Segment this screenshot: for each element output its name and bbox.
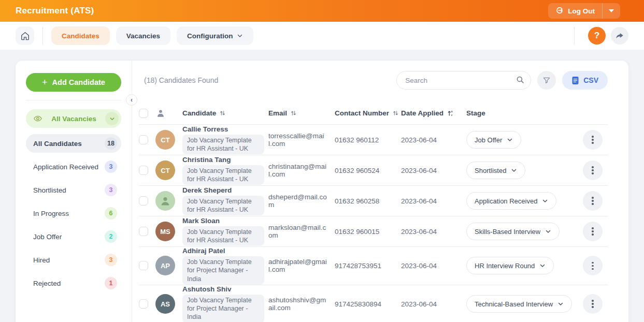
home-icon <box>20 31 30 41</box>
candidate-phone: 01632 960524 <box>335 167 401 174</box>
app-header: Recruitment (ATS) Log Out <box>0 0 644 22</box>
count-badge: 3 <box>105 254 117 266</box>
chevron-down-icon <box>539 262 546 269</box>
stage-dropdown[interactable]: HR Interview Round <box>466 257 554 274</box>
stage-dropdown[interactable]: Technical-Based Interview <box>466 295 572 313</box>
date-applied: 2023-06-04 <box>401 167 466 174</box>
logout-group: Log Out <box>548 3 620 19</box>
row-menu-button[interactable] <box>583 222 603 241</box>
sort-icon <box>392 110 399 116</box>
vacancy-tag: Job Vacancy Template for Project Manager… <box>182 295 264 322</box>
candidate-email: torresscallie@mail.com <box>268 132 335 148</box>
row-checkbox[interactable] <box>139 227 148 236</box>
candidate-phone: 01632 960258 <box>335 197 401 205</box>
sort-ascending-icon: az <box>447 110 454 117</box>
sidebar-item-hired[interactable]: Hired 3 <box>26 251 121 269</box>
sidebar-item-application-received[interactable]: Application Received 3 <box>26 157 121 176</box>
tab-candidates[interactable]: Candidates <box>51 26 110 45</box>
chevron-down-icon <box>237 33 243 39</box>
candidate-name[interactable]: Derek Sheperd <box>182 186 268 194</box>
sidebar-item-job-offer[interactable]: Job Offer 2 <box>26 227 121 246</box>
row-menu-button[interactable] <box>583 294 603 314</box>
logout-button[interactable]: Log Out <box>548 6 602 16</box>
candidate-name[interactable]: Christina Tang <box>182 156 268 164</box>
sidebar-item-all-candidates[interactable]: All Candidates 18 <box>26 134 121 153</box>
candidate-name[interactable]: Callie Torress <box>182 125 268 133</box>
sidebar-item-shortlisted[interactable]: Shortlisted 3 <box>26 181 121 199</box>
column-date-applied[interactable]: Date Applied az <box>401 109 466 117</box>
date-applied: 2023-06-04 <box>401 300 466 308</box>
column-email[interactable]: Email <box>268 109 335 117</box>
table-row: Derek SheperdJob Vacancy Template for HR… <box>139 186 608 216</box>
column-stage: Stage <box>466 109 583 117</box>
sidebar-divider <box>26 100 121 100</box>
avatar: AP <box>155 256 175 275</box>
avatar-column-icon <box>155 108 182 119</box>
candidate-email: christinatang@mail.com <box>268 163 335 178</box>
vacancy-tag: Job Vacancy Template for HR Assistant - … <box>182 165 264 185</box>
add-candidate-button[interactable]: + Add Candidate <box>26 73 121 92</box>
person-icon <box>155 108 166 119</box>
search-input[interactable] <box>396 71 531 90</box>
csv-export-button[interactable]: CSV <box>562 71 608 90</box>
avatar: AS <box>155 294 175 314</box>
row-checkbox[interactable] <box>139 135 148 144</box>
candidate-phone: 01632 960015 <box>335 228 401 236</box>
count-badge: 18 <box>105 137 117 150</box>
tab-vacancies[interactable]: Vacancies <box>116 26 170 45</box>
tab-configuration[interactable]: Configuration <box>177 26 253 45</box>
candidate-email: marksloan@mail.com <box>268 224 335 239</box>
row-checkbox[interactable] <box>139 261 148 270</box>
column-contact-number[interactable]: Contact Number <box>335 109 401 117</box>
candidate-phone: 01632 960112 <box>335 136 401 144</box>
sidebar-item-in-progress[interactable]: In Progress 6 <box>26 204 121 223</box>
sidebar-collapse-button[interactable]: ‹ <box>126 94 137 106</box>
app-title: Recruitment (ATS) <box>16 6 94 16</box>
svg-text:z: z <box>451 113 453 116</box>
chevron-down-icon <box>545 228 551 235</box>
row-menu-button[interactable] <box>583 256 603 275</box>
help-button[interactable]: ? <box>588 27 606 45</box>
count-badge: 2 <box>105 230 117 243</box>
row-checkbox[interactable] <box>139 299 148 309</box>
home-button[interactable] <box>16 26 34 45</box>
logout-dropdown-button[interactable] <box>603 3 620 19</box>
row-checkbox[interactable] <box>139 166 148 175</box>
candidate-name[interactable]: Ashutosh Shiv <box>182 285 268 293</box>
candidate-phone: 917428753951 <box>335 262 401 270</box>
table-header: Candidate Email Contact Number Date Appl… <box>139 102 608 125</box>
candidate-phone: 917425830894 <box>335 300 401 308</box>
select-all-checkbox[interactable] <box>139 109 148 118</box>
caret-down-icon <box>609 9 614 12</box>
row-checkbox[interactable] <box>139 196 148 206</box>
table-row: CT Christina TangJob Vacancy Template fo… <box>139 155 608 186</box>
vacancy-tag: Job Vacancy Template for HR Assistant - … <box>182 226 264 246</box>
candidate-name[interactable]: Adhiraj Patel <box>182 247 268 255</box>
chevron-down-icon <box>542 198 548 204</box>
avatar: CT <box>155 160 175 180</box>
nav-divider <box>42 27 43 45</box>
chevron-down-icon <box>557 301 564 307</box>
candidate-name[interactable]: Mark Sloan <box>182 217 268 225</box>
logout-icon <box>555 6 564 16</box>
stage-dropdown[interactable]: Skills-Based Interview <box>466 223 560 240</box>
column-candidate[interactable]: Candidate <box>182 109 268 117</box>
vacancy-tag: Job Vacancy Template for HR Assistant - … <box>182 135 264 155</box>
stage-dropdown[interactable]: Shortlisted <box>466 162 525 179</box>
row-menu-button[interactable] <box>583 160 603 180</box>
navbar: Candidates Vacancies Configuration ? <box>0 22 644 50</box>
count-badge: 3 <box>105 184 117 196</box>
stage-dropdown[interactable]: Job Offer <box>466 131 521 149</box>
sort-icon <box>219 110 226 116</box>
share-button[interactable] <box>611 27 628 45</box>
sidebar-item-rejected[interactable]: Rejected 1 <box>26 274 121 292</box>
row-menu-button[interactable] <box>583 191 603 211</box>
chevron-down-icon <box>507 137 513 143</box>
stage-dropdown[interactable]: Application Received <box>466 192 556 210</box>
vacancy-filter-dropdown[interactable]: All Vacancies <box>26 109 121 128</box>
search-box <box>396 71 531 90</box>
date-applied: 2023-06-04 <box>401 228 466 236</box>
avatar-placeholder <box>155 191 175 211</box>
filter-button[interactable] <box>537 71 556 90</box>
row-menu-button[interactable] <box>583 130 603 150</box>
